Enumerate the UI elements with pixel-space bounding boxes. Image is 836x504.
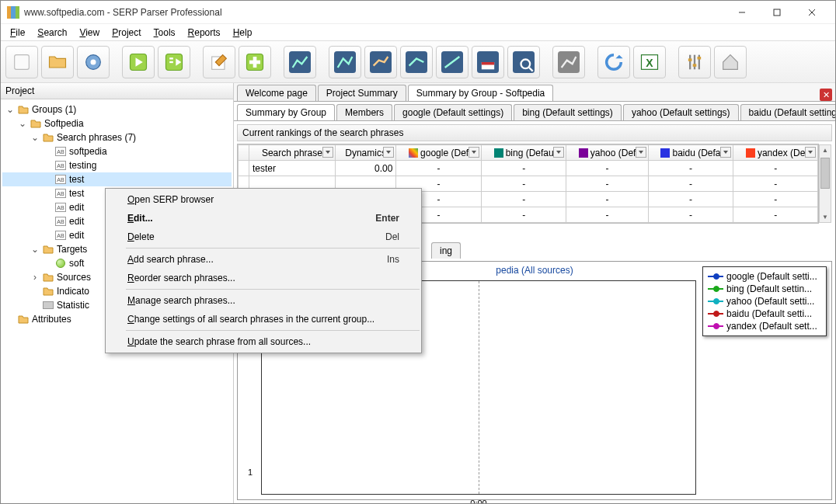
- inner-tab-yahoo[interactable]: yahoo (Default settings): [623, 104, 739, 120]
- tree-phrase-test-selected[interactable]: ABtest: [2, 172, 232, 186]
- tree-node-softpedia[interactable]: ⌄Softpedia: [2, 116, 232, 130]
- legend-item: yahoo (Default setti...: [708, 295, 821, 308]
- ctx-open-serp-browser[interactable]: Open SERP browser: [106, 190, 421, 209]
- inner-tab-baidu[interactable]: baidu (Default settings): [740, 104, 836, 120]
- menu-project[interactable]: Project: [106, 26, 147, 40]
- ctx-change-settings-all[interactable]: Change settings of all search phrases in…: [106, 310, 421, 328]
- maximize-button[interactable]: [759, 2, 794, 23]
- context-menu: Open SERP browser Edit...Enter DeleteDel…: [105, 188, 422, 353]
- col-bing[interactable]: bing (Defau: [481, 145, 566, 161]
- dropdown-icon[interactable]: [636, 147, 646, 158]
- close-tab-button[interactable]: ✕: [820, 89, 832, 101]
- svg-rect-10: [169, 57, 173, 59]
- phrase-icon: AB: [55, 189, 66, 198]
- menu-file[interactable]: File: [4, 26, 31, 40]
- toolbar: X: [1, 41, 835, 83]
- col-google[interactable]: google (Def: [396, 145, 482, 161]
- menu-view[interactable]: View: [73, 26, 106, 40]
- svg-point-6: [91, 59, 96, 64]
- phrase-icon: AB: [55, 147, 66, 156]
- legend-item: baidu (Default setti...: [708, 308, 821, 320]
- window-title: www.softpedia.com - SERP Parser Professi…: [24, 7, 724, 18]
- ctx-reorder-search-phrases[interactable]: Reorder search phrases...: [106, 269, 421, 287]
- chart1-button[interactable]: [284, 46, 316, 78]
- ctx-add-search-phrase[interactable]: Add search phrase...Ins: [106, 250, 421, 269]
- col-yahoo[interactable]: yahoo (Def: [566, 145, 648, 161]
- ctx-edit[interactable]: Edit...Enter: [106, 209, 421, 228]
- edit-notes-button[interactable]: [203, 46, 235, 78]
- tab-project-summary[interactable]: Project Summary: [318, 85, 406, 101]
- tree-node-groups[interactable]: ⌄Groups (1): [2, 103, 232, 116]
- export-excel-button[interactable]: X: [633, 46, 666, 78]
- minimize-button[interactable]: [724, 2, 759, 23]
- scroll-thumb[interactable]: [820, 158, 830, 189]
- add-button[interactable]: [239, 46, 271, 78]
- dropdown-icon[interactable]: [720, 147, 731, 158]
- settings-button[interactable]: [77, 46, 110, 78]
- ctx-separator: [126, 330, 420, 331]
- statistics-icon: [43, 301, 54, 309]
- run-button[interactable]: [122, 46, 155, 78]
- x-tick: 0:00: [470, 499, 486, 504]
- phrase-icon: AB: [55, 231, 66, 240]
- grey-chart-button[interactable]: [552, 46, 585, 78]
- tab-welcome[interactable]: Welcome page: [237, 85, 316, 101]
- dropdown-icon[interactable]: [383, 147, 394, 158]
- legend-item: bing (Default settin...: [708, 283, 821, 295]
- legend-item: yandex (Default sett...: [708, 320, 821, 332]
- menu-reports[interactable]: Reports: [182, 26, 227, 40]
- home-button[interactable]: [714, 46, 747, 78]
- tab-summary-by-group[interactable]: Summary by Group - Softpedia: [408, 85, 553, 101]
- app-icon: [7, 6, 19, 19]
- tree-node-search-phrases[interactable]: ⌄Search phrases (7): [2, 130, 232, 144]
- row-selector-header[interactable]: [239, 145, 249, 161]
- col-yandex[interactable]: yandex (De: [733, 145, 818, 161]
- chart-tab-partial[interactable]: ing: [431, 242, 461, 259]
- svg-text:X: X: [646, 56, 653, 68]
- legend-marker-icon: [708, 276, 723, 277]
- baidu-icon: [660, 148, 670, 158]
- run-list-button[interactable]: [158, 46, 190, 78]
- open-folder-button[interactable]: [41, 46, 74, 78]
- col-dynamics[interactable]: Dynamics: [335, 145, 396, 161]
- inner-tabs: Summary by Group Members google (Default…: [234, 102, 835, 120]
- col-baidu[interactable]: baidu (Defa: [648, 145, 733, 161]
- chart4-button[interactable]: [400, 46, 433, 78]
- col-search-phrase[interactable]: Search phrase: [249, 145, 336, 161]
- chart3-button[interactable]: [364, 46, 397, 78]
- ctx-update-search-phrase[interactable]: Update the search phrase from all source…: [106, 332, 421, 351]
- table-row[interactable]: tester0.00-----: [239, 161, 818, 176]
- dropdown-icon[interactable]: [469, 147, 479, 158]
- svg-rect-19: [370, 51, 392, 73]
- inner-tab-bing[interactable]: bing (Default settings): [514, 104, 622, 120]
- grid-scrollbar[interactable]: [819, 144, 831, 223]
- calendar-chart-button[interactable]: [472, 46, 504, 78]
- ctx-delete[interactable]: DeleteDel: [106, 228, 421, 246]
- legend-marker-icon: [708, 313, 723, 315]
- menu-bar: File Search View Project Tools Reports H…: [1, 24, 835, 41]
- close-button[interactable]: [794, 2, 829, 23]
- menu-help[interactable]: Help: [227, 26, 259, 40]
- inner-tab-summary[interactable]: Summary by Group: [237, 104, 335, 120]
- chart2-button[interactable]: [329, 46, 361, 78]
- dropdown-icon[interactable]: [322, 147, 333, 158]
- tree-phrase-softpedia[interactable]: ABsoftpedia: [2, 144, 232, 158]
- chart5-button[interactable]: [436, 46, 469, 78]
- chart-zoom-button[interactable]: [507, 46, 540, 78]
- svg-rect-36: [693, 64, 697, 67]
- svg-rect-1: [774, 9, 780, 16]
- dropdown-icon[interactable]: [553, 147, 564, 158]
- refresh-button[interactable]: [597, 46, 630, 78]
- dropdown-icon[interactable]: [805, 147, 816, 158]
- sliders-button[interactable]: [678, 46, 711, 78]
- grid-header-row: Search phrase Dynamics google (Def bing …: [239, 145, 818, 161]
- inner-tab-members[interactable]: Members: [336, 104, 392, 120]
- inner-tab-google[interactable]: google (Default settings): [394, 104, 512, 120]
- svg-rect-37: [698, 57, 702, 60]
- menu-tools[interactable]: Tools: [148, 26, 182, 40]
- menu-search[interactable]: Search: [31, 26, 73, 40]
- ctx-manage-search-phrases[interactable]: Manage search phrases...: [106, 291, 421, 310]
- new-project-button[interactable]: [5, 46, 38, 78]
- tree-phrase-testing[interactable]: ABtesting: [2, 158, 232, 172]
- chart-title: pedia (All sources): [496, 265, 573, 276]
